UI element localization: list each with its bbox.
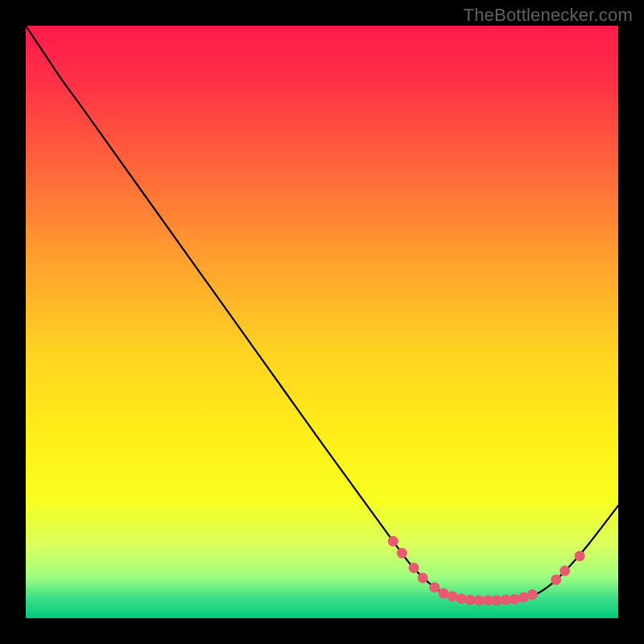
data-marker <box>575 551 585 561</box>
data-marker <box>429 582 440 592</box>
data-marker <box>501 595 511 605</box>
data-marker <box>527 589 538 600</box>
chart-container: TheBottlenecker.com <box>0 0 644 644</box>
watermark-text: TheBottlenecker.com <box>464 5 633 26</box>
data-marker <box>388 536 398 547</box>
data-marker <box>447 591 457 601</box>
data-marker <box>559 566 570 576</box>
data-marker <box>465 595 476 605</box>
plot-background <box>26 26 618 618</box>
data-marker <box>397 548 407 559</box>
data-marker <box>409 563 419 573</box>
data-marker <box>518 592 529 603</box>
data-marker <box>456 593 466 604</box>
data-marker <box>551 575 561 585</box>
data-marker <box>510 594 520 605</box>
data-marker <box>418 572 428 583</box>
chart-svg <box>0 0 644 644</box>
data-marker <box>438 588 448 599</box>
data-marker <box>492 595 502 605</box>
